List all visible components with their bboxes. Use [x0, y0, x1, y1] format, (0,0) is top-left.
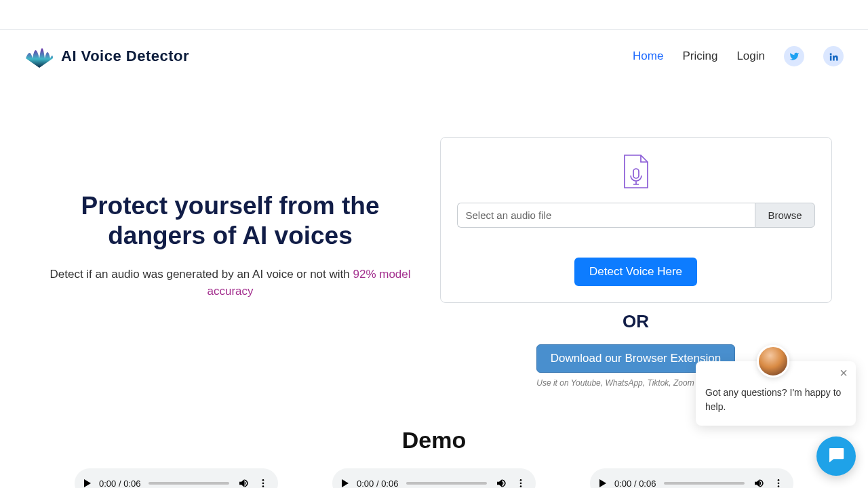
audio-time: 0:00 / 0:06 [357, 479, 398, 489]
nav-home[interactable]: Home [633, 49, 663, 63]
demo-title: Demo [0, 427, 868, 453]
play-icon[interactable] [599, 479, 606, 487]
hero-section: Protect yourself from the dangers of AI … [0, 83, 868, 388]
chat-close-button[interactable]: × [837, 367, 850, 380]
audio-time: 0:00 / 0:06 [614, 479, 656, 489]
chat-message: Got any questions? I'm happy to help. [705, 387, 841, 413]
volume-icon[interactable] [753, 477, 765, 488]
upload-card: Browse Detect Voice Here [440, 137, 832, 303]
twitter-icon[interactable] [784, 46, 804, 66]
hero-sub-before: Detect if an audio was generated by an A… [50, 268, 353, 281]
svg-point-9 [778, 485, 780, 487]
audio-time: 0:00 / 0:06 [99, 479, 140, 489]
more-icon[interactable] [773, 478, 784, 488]
svg-point-8 [778, 483, 780, 485]
volume-icon[interactable] [237, 477, 250, 488]
svg-point-1 [262, 479, 264, 481]
chat-launcher[interactable] [816, 436, 856, 476]
linkedin-icon[interactable] [823, 46, 844, 66]
chat-avatar [757, 345, 789, 378]
demo-section: Demo 0:00 / 0:06 0:00 / 0:06 0:00 / 0:06 [0, 427, 868, 488]
hero-subtitle: Detect if an audio was generated by an A… [35, 266, 425, 300]
volume-icon[interactable] [495, 477, 507, 488]
top-bar [0, 0, 868, 30]
brand-name: AI Voice Detector [61, 47, 189, 65]
seek-bar[interactable] [664, 482, 745, 485]
hero-title: Protect yourself from the dangers of AI … [35, 191, 425, 250]
close-icon: × [840, 363, 848, 384]
nav-login[interactable]: Login [736, 49, 765, 63]
site-header: AI Voice Detector Home Pricing Login [0, 30, 868, 83]
svg-point-3 [262, 485, 264, 487]
main-nav: Home Pricing Login [633, 46, 844, 66]
svg-rect-0 [633, 169, 639, 178]
audio-player[interactable]: 0:00 / 0:06 [332, 468, 536, 488]
audio-player[interactable]: 0:00 / 0:06 [590, 468, 793, 488]
browse-button[interactable]: Browse [755, 203, 814, 228]
more-icon[interactable] [515, 478, 526, 488]
file-input-row: Browse [457, 203, 815, 228]
hero-copy: Protect yourself from the dangers of AI … [35, 137, 425, 388]
svg-point-4 [520, 479, 522, 481]
svg-point-2 [262, 483, 264, 485]
detect-button[interactable]: Detect Voice Here [574, 258, 697, 286]
seek-bar[interactable] [149, 482, 229, 485]
audio-player[interactable]: 0:00 / 0:06 [75, 468, 278, 488]
seek-bar[interactable] [406, 482, 487, 485]
brand[interactable]: AI Voice Detector [24, 41, 189, 72]
svg-point-5 [520, 483, 522, 485]
or-divider: OR [623, 311, 649, 332]
nav-pricing[interactable]: Pricing [682, 49, 717, 63]
chat-popup: × Got any questions? I'm happy to help. [696, 361, 856, 426]
more-icon[interactable] [258, 478, 269, 488]
play-icon[interactable] [342, 479, 349, 487]
audio-players: 0:00 / 0:06 0:00 / 0:06 0:00 / 0:06 [0, 468, 868, 488]
chat-bubble-icon [826, 445, 846, 468]
svg-point-7 [778, 479, 780, 481]
svg-point-6 [520, 485, 522, 487]
audio-file-icon [622, 180, 650, 191]
logo-icon [24, 41, 54, 72]
file-input[interactable] [457, 203, 755, 228]
play-icon[interactable] [84, 479, 91, 487]
